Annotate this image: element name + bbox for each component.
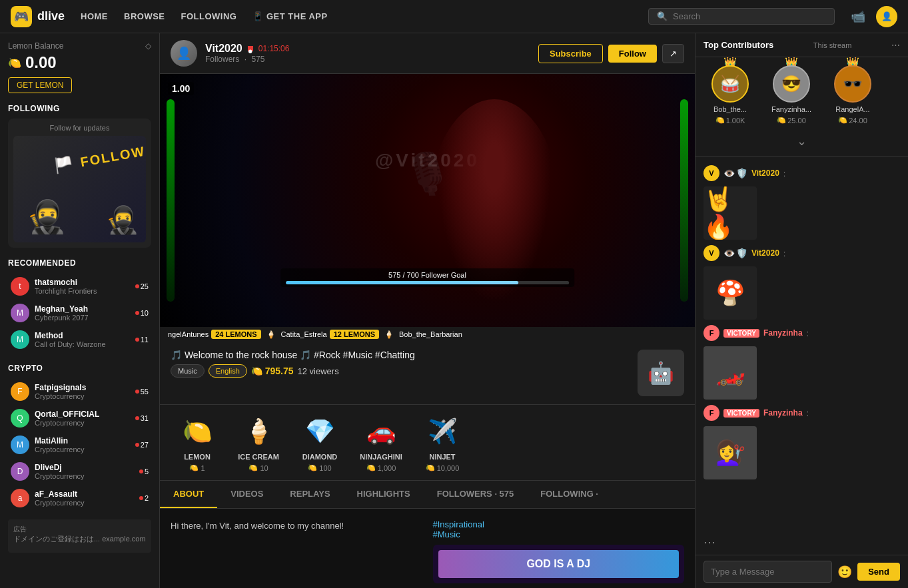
- chat-input[interactable]: [703, 561, 832, 583]
- stream-duration: 01:15:06: [258, 44, 290, 53]
- crypto-streamer-item[interactable]: Q Qortal_OFFICIAL Cryptocurrency 31: [8, 405, 151, 432]
- gift-item-ninjaghini[interactable]: 🚗 NINJAGHINI 🍋 1,000: [354, 413, 408, 472]
- performer-figure: [428, 99, 561, 326]
- lemon-balance-section: Lemon Balance ◇ 🍋 0.00 GET LEMON: [8, 41, 151, 93]
- tab-following--[interactable]: FOLLOWING ·: [527, 481, 612, 508]
- nav-home[interactable]: HOME: [81, 11, 108, 21]
- recommended-streamer-item[interactable]: M Meghan_Yeah Cyberpunk 2077 10: [8, 300, 151, 326]
- emoji-button[interactable]: 🙂: [837, 565, 852, 579]
- gift-coin-icon: 🍋: [366, 463, 376, 472]
- streamer-count: 25: [135, 282, 149, 290]
- nav-get-app[interactable]: 📱 GET THE APP: [252, 11, 327, 21]
- stream-title: 🎵 Welcome to the rock house 🎵 #Rock #Mus…: [171, 350, 415, 360]
- donor-name-2: Catita_Estrela: [281, 330, 327, 338]
- followers-label: Followers: [205, 55, 239, 64]
- chat-image-car: 🏎️: [703, 346, 757, 400]
- neon-right: [680, 99, 688, 302]
- streamer-count: 10: [135, 309, 149, 317]
- viewers-count: 12 viewers: [298, 366, 339, 376]
- streamer-avatar-Meghan_Yeah: M: [11, 304, 29, 322]
- recommended-streamer-item[interactable]: t thatsmochi Torchlight Frontiers 25: [8, 273, 151, 300]
- lemon-icon: 🍋: [8, 57, 21, 69]
- stream-username: Vit2020: [205, 43, 242, 55]
- nav-following[interactable]: FOLLOWING: [181, 11, 237, 21]
- chat-options-button[interactable]: ⋯: [703, 535, 715, 549]
- stream-info: 🎵 Welcome to the rock house 🎵 #Rock #Mus…: [160, 342, 695, 405]
- crypto-streamer-item[interactable]: M MatiAllin Cryptocurrency 27: [8, 432, 151, 458]
- mic-icon: 🎙️: [402, 150, 452, 197]
- donation-item-3: Bob_the_Barbarian: [399, 330, 462, 338]
- crypto-streamer-item[interactable]: a aF_Assault Cryptocurrency 2: [8, 485, 151, 511]
- gift-item-ice-cream[interactable]: 🍦 ICE CREAM 🍋 10: [232, 413, 285, 472]
- user-avatar-nav[interactable]: 👤: [876, 6, 897, 27]
- logo[interactable]: 🎮 dlive: [11, 6, 65, 27]
- chat-username[interactable]: Fanyzinha: [763, 408, 803, 418]
- chat-username[interactable]: Fanyzinha: [763, 328, 803, 338]
- stream-label[interactable]: This stream: [813, 41, 851, 49]
- victory-badge: VICTORY: [723, 409, 759, 418]
- follow-button[interactable]: Follow: [608, 45, 657, 63]
- crypto-streamer-item[interactable]: D DliveDj Cryptocurrency 5: [8, 458, 151, 485]
- crypto-count: 55: [135, 388, 149, 396]
- chat-avatar-Vit2020: V: [703, 165, 719, 181]
- send-button[interactable]: Send: [857, 563, 900, 581]
- get-lemon-button[interactable]: GET LEMON: [8, 77, 72, 93]
- streamer-name: Meghan_Yeah: [35, 304, 130, 314]
- gift-name: ICE CREAM: [238, 453, 279, 461]
- subscribe-button[interactable]: Subscribe: [538, 44, 603, 63]
- search-icon: 🔍: [657, 11, 668, 21]
- left-sidebar: Lemon Balance ◇ 🍋 0.00 GET LEMON Followi…: [0, 33, 160, 588]
- donor-name-1: ngelAntunes: [168, 330, 209, 338]
- gift-item-ninjet[interactable]: ✈️ NINJET 🍋 10,000: [416, 413, 469, 472]
- more-contributors: ⌄: [695, 133, 908, 154]
- tag-english[interactable]: English: [209, 364, 247, 378]
- live-dot: [135, 284, 139, 288]
- donation-bar: ngelAntunes 24 LEMONS 🍦 Catita_Estrela 1…: [160, 327, 695, 342]
- chat-username[interactable]: Vit2020: [751, 248, 779, 258]
- streamer-info: thatsmochi Torchlight Frontiers: [35, 278, 130, 295]
- tag-music[interactable]: Music: [171, 364, 205, 378]
- chat-avatar-Fanyzinha: F: [703, 325, 719, 341]
- lemon-icon-small: 🍋: [777, 116, 786, 125]
- recommended-streamer-item[interactable]: M Method Call of Duty: Warzone 11: [8, 326, 151, 353]
- crypto-name: DliveDj: [35, 463, 134, 472]
- crypto-name: aF_Assault: [35, 489, 134, 499]
- video-player[interactable]: 1.00 @Vit2020 🎙️ 575 / 700 Follower Goal: [160, 74, 695, 327]
- stream-meta: Vit2020 ● 01:15:06 Followers · 575: [205, 43, 530, 64]
- crypto-streamer-item[interactable]: F Fatpigsignals Cryptocurrency 55: [8, 378, 151, 405]
- contributor-avatar: 😎: [773, 65, 810, 103]
- chevron-down-icon[interactable]: ⌄: [797, 135, 807, 148]
- gift-icon: 🍦: [240, 413, 277, 450]
- tab-replays[interactable]: REPLAYS: [276, 481, 343, 508]
- chat-username[interactable]: Vit2020: [751, 168, 779, 178]
- more-options-icon[interactable]: ⋯: [891, 40, 900, 50]
- gifts-row: 🍋 LEMON 🍋 1 🍦 ICE CREAM 🍋 10 💎 DIAMOND 🍋…: [160, 405, 695, 481]
- streamer-avatar-large: 👤: [171, 40, 197, 67]
- ad-banner[interactable]: 広告 ドメインのご登録はおは... example.com: [8, 519, 151, 553]
- gift-item-lemon[interactable]: 🍋 LEMON 🍋 1: [171, 413, 224, 472]
- donation-amount-2: 12 LEMONS: [330, 330, 379, 339]
- gift-icon: 🚗: [362, 413, 400, 450]
- crypto-count: 5: [139, 467, 149, 475]
- chat-image-fire_hand: 🤘🔥: [703, 186, 757, 240]
- follower-goal-bar: 575 / 700 Follower Goal: [280, 268, 575, 287]
- follower-goal-text: 575 / 700 Follower Goal: [286, 271, 570, 279]
- right-sidebar-header: Top Contributors This stream ⋯: [695, 33, 908, 57]
- lemon-icon-small: 🍋: [838, 116, 847, 125]
- search-input[interactable]: [673, 11, 826, 21]
- stream-actions: Subscribe Follow ↗: [538, 44, 684, 63]
- crypto-name: Fatpigsignals: [35, 383, 130, 392]
- share-button[interactable]: ↗: [662, 44, 684, 63]
- tab-videos[interactable]: VIDEOS: [217, 481, 276, 508]
- tab-highlights[interactable]: HIGHLIGHTS: [344, 481, 424, 508]
- gift-item-diamond[interactable]: 💎 DIAMOND 🍋 100: [293, 413, 346, 472]
- stream-mascot: 🤖: [638, 350, 684, 396]
- gift-icon: ✈️: [424, 413, 461, 450]
- tab-followers------[interactable]: FOLLOWERS · 575: [424, 481, 528, 508]
- streamer-count: 11: [135, 336, 149, 344]
- tab-about[interactable]: ABOUT: [160, 481, 217, 508]
- nav-browse[interactable]: BROWSE: [124, 11, 165, 21]
- camera-icon[interactable]: 📹: [851, 9, 865, 24]
- chat-divider: [695, 156, 908, 157]
- nav-links: HOME BROWSE FOLLOWING 📱 GET THE APP: [81, 11, 328, 21]
